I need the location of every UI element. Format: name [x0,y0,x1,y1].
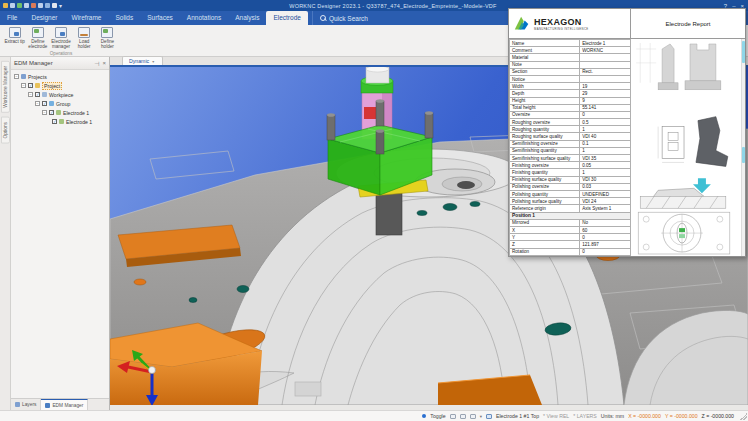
checkbox-checked[interactable]: ✓ [42,101,47,106]
table-row: Roughing oversize0.5 [510,119,631,126]
extract-tip-button[interactable]: Extract tip [4,26,25,49]
view-options-caret-icon[interactable]: ▾ [480,414,482,419]
electrode-icon [59,119,64,124]
undo-icon[interactable] [24,3,29,8]
quick-search[interactable]: Quick Search [312,11,375,25]
redo-icon[interactable] [31,3,36,8]
toggle-icon[interactable] [422,414,426,418]
load-holder-button[interactable]: Load holder [74,26,95,49]
table-row: Y0 [510,234,631,241]
electrode-view-icon[interactable] [486,414,492,419]
scrollbar-thumb[interactable] [742,147,745,163]
app-icon [3,3,8,8]
sidebar-tab-options[interactable]: Options [1,117,10,144]
view-tab-dynamic[interactable]: Dynamic ▾ [122,56,163,65]
settings-icon[interactable] [45,3,50,8]
quick-access-toolbar[interactable]: ▾ [3,2,62,9]
expander-icon[interactable]: − [42,110,47,115]
resize-grip[interactable] [740,413,747,420]
tree-item-projects[interactable]: − Projects [12,72,108,81]
profile-drawing [640,188,726,208]
row-label: Mirrored [510,219,580,226]
row-label: Semifinishing surface quality [510,155,580,162]
checkbox-checked[interactable]: ✓ [28,83,33,88]
define-electrode-button[interactable]: Define electrode [27,26,48,49]
table-row: Roughing surface qualityVDI 40 [510,133,631,140]
checkbox-checked[interactable]: ✓ [49,110,54,115]
tab-annotations[interactable]: Annotations [180,11,228,25]
row-label: Roughing oversize [510,119,580,126]
electrode-manager-icon [55,27,67,38]
row-label: Polishing quantity [510,190,580,197]
chevron-down-icon[interactable]: ▾ [152,59,154,64]
table-row: Polishing quantityUNDEFINED [510,190,631,197]
x-coordinate: X = -0000.000 [628,413,661,419]
expander-icon[interactable]: − [21,83,26,88]
search-icon [320,15,326,21]
table-row: Roughing quantity1 [510,126,631,133]
open-icon[interactable] [17,3,22,8]
row-label: Comment [510,47,580,54]
panel-header: EDM Manager ⊣ × [11,57,109,70]
customize-icon[interactable] [52,3,57,8]
tree-item-electrode-1-child[interactable]: ✓ Electrode 1 [12,117,108,126]
expander-icon[interactable]: − [14,74,19,79]
close-icon[interactable]: × [102,60,106,66]
brand-name: HEXAGON [534,17,588,27]
ribbon-group-label: Operations [2,51,120,56]
report-header: HEXAGON MANUFACTURING INTELLIGENCE Elect… [509,9,745,39]
pin-icon[interactable]: ⊣ [94,60,99,67]
tab-designer[interactable]: Designer [24,11,64,25]
tab-edm-manager[interactable]: EDM Manager [41,399,88,410]
row-value: 0 [580,111,631,118]
checkbox-checked[interactable]: ✓ [52,119,57,124]
layers-label[interactable]: * LAYERS [573,413,597,419]
row-label: Total height [510,104,580,111]
table-row: Polishing oversize0.03 [510,183,631,190]
save-icon[interactable] [10,3,15,8]
electrode-shank [376,193,402,235]
electrode-manager-button[interactable]: Electrode manager [50,26,71,49]
checkbox-checked[interactable]: ✓ [35,92,40,97]
row-label: Width [510,83,580,90]
toggle-label[interactable]: Toggle [430,413,445,419]
table-row: Notice [510,75,631,82]
view-tab-label: Dynamic [129,58,149,64]
report-scrollbar[interactable] [741,39,745,256]
tab-file[interactable]: File [0,11,24,25]
print-icon[interactable] [38,3,43,8]
tree-item-electrode-1[interactable]: − ✓ Electrode 1 [12,108,108,117]
tree-label: Electrode 1 [66,119,92,125]
active-view-label[interactable]: Electrode 1 #1 Top [496,413,539,419]
sidebar-tab-workzone-manager[interactable]: Workzone Manager [1,61,10,113]
zoom-window-icon[interactable] [460,414,466,419]
define-holder-icon [101,27,113,38]
project-icon [35,83,40,88]
table-row: Rotation0 [510,248,631,255]
report-body: NameElectrode 1 CommentWORKNC Material N… [509,39,745,256]
row-value: VDI 30 [580,176,631,183]
tree-item-group[interactable]: − ✓ Group [12,99,108,108]
row-label: Material [510,54,580,61]
tab-electrode[interactable]: Electrode [266,11,307,25]
define-holder-button[interactable]: Define holder [97,26,118,49]
expander-icon[interactable]: − [28,92,33,97]
tree-item-project[interactable]: − ✓ Project [12,81,108,90]
row-label: X [510,227,580,234]
tab-wireframe[interactable]: Wireframe [65,11,109,25]
scrollbar-thumb[interactable] [742,41,745,63]
zoom-fit-icon[interactable] [450,414,456,419]
table-row: Z121.897 [510,241,631,248]
edm-manager-icon [45,403,50,408]
electrode-preview-drawings [631,39,745,256]
tab-solids[interactable]: Solids [108,11,140,25]
view-mode-icon[interactable] [470,414,476,419]
tab-analysis[interactable]: Analysis [228,11,266,25]
electrode-report-window[interactable]: HEXAGON MANUFACTURING INTELLIGENCE Elect… [508,8,746,257]
expander-icon[interactable]: − [35,101,40,106]
tab-layers[interactable]: Layers [11,399,41,410]
tab-surfaces[interactable]: Surfaces [140,11,180,25]
row-value: WORKNC [580,47,631,54]
tree-item-workpiece[interactable]: − ✓ Workpiece [12,90,108,99]
row-value: 19 [580,83,631,90]
